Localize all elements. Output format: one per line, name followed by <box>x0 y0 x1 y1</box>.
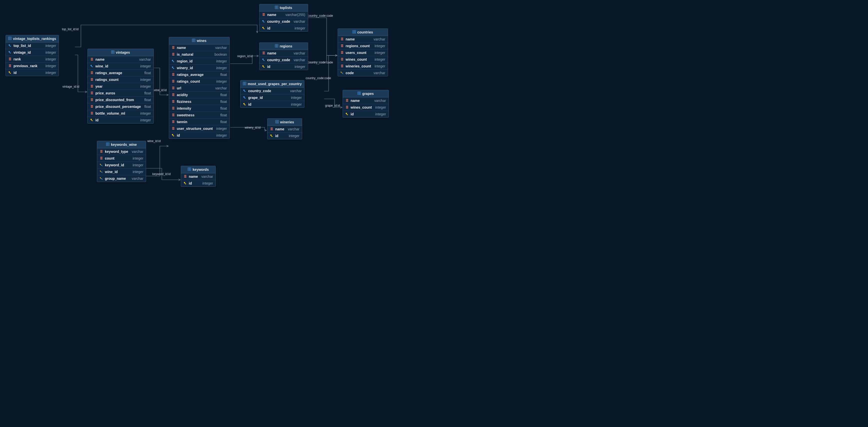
column-row[interactable]: rankinteger <box>6 56 59 63</box>
svg-rect-137 <box>263 15 265 16</box>
column-row[interactable]: namevarchar <box>338 36 388 43</box>
column-icon <box>8 64 12 68</box>
table-vintage-toplists-rankings[interactable]: vintage_toplists_rankingstop_list_idinte… <box>5 35 59 76</box>
column-row[interactable]: wineries_countinteger <box>338 63 388 70</box>
column-row[interactable]: namevarchar <box>88 56 154 63</box>
column-row[interactable]: namevarchar <box>343 97 389 104</box>
column-row[interactable]: country_codevarchar <box>259 18 308 25</box>
svg-rect-62 <box>172 55 175 55</box>
svg-rect-39 <box>91 93 93 93</box>
column-row[interactable]: namevarchar <box>169 44 229 51</box>
column-type: integer <box>289 134 300 138</box>
column-row[interactable]: price_discounted_fromfloat <box>88 97 154 103</box>
column-row[interactable]: namevarchar(255) <box>259 11 308 18</box>
svg-rect-197 <box>341 66 343 66</box>
column-name: id <box>248 102 251 106</box>
column-row[interactable]: urlvarchar <box>169 85 229 92</box>
column-icon <box>262 52 266 55</box>
column-row[interactable]: previous_rankinteger <box>6 63 59 69</box>
foreign-key-icon <box>262 58 266 62</box>
svg-rect-75 <box>172 87 175 87</box>
svg-rect-125 <box>184 175 187 176</box>
column-type: integer <box>45 71 56 75</box>
table-keywords-wine[interactable]: keywords_winekeyword_typevarcharcountint… <box>97 141 146 182</box>
column-name: id <box>95 118 98 122</box>
column-row[interactable]: country_codevarchar <box>241 88 304 94</box>
column-row[interactable]: price_eurosfloat <box>88 90 154 97</box>
erd-canvas[interactable]: top_list_id:id vintage_id:id wine_id:id … <box>0 0 393 193</box>
column-row[interactable]: winery_idinteger <box>169 65 229 71</box>
column-row[interactable]: group_namevarchar <box>97 175 146 182</box>
column-row[interactable]: idinteger <box>88 117 154 123</box>
foreign-key-icon <box>8 44 12 48</box>
column-row[interactable]: wine_idinteger <box>97 169 146 175</box>
column-row[interactable]: idinteger <box>241 101 304 108</box>
column-row[interactable]: countinteger <box>97 155 146 162</box>
column-row[interactable]: idinteger <box>343 111 389 117</box>
column-row[interactable]: idinteger <box>259 63 308 70</box>
column-icon <box>172 100 175 103</box>
column-row[interactable]: regions_countinteger <box>338 43 388 50</box>
column-type: varchar(255) <box>285 13 305 17</box>
column-row[interactable]: yearinteger <box>88 83 154 90</box>
column-row[interactable]: idinteger <box>169 132 229 139</box>
column-row[interactable]: wines_countinteger <box>343 104 389 111</box>
svg-rect-103 <box>100 150 103 151</box>
column-row[interactable]: idinteger <box>268 132 302 139</box>
column-row[interactable]: vintage_idinteger <box>6 49 59 56</box>
column-row[interactable]: users_countinteger <box>338 50 388 56</box>
column-row[interactable]: ratings_countinteger <box>169 78 229 85</box>
table-toplists[interactable]: toplistsnamevarchar(255)country_codevarc… <box>259 4 308 32</box>
column-row[interactable]: region_idinteger <box>169 58 229 65</box>
svg-rect-118 <box>100 178 101 179</box>
column-row[interactable]: namevarchar <box>268 126 302 132</box>
column-name: price_discount_percentage <box>95 104 141 109</box>
column-name: id <box>177 133 180 138</box>
svg-rect-193 <box>341 58 343 58</box>
column-row[interactable]: wines_countinteger <box>338 56 388 63</box>
table-vintages[interactable]: vintagesnamevarcharwine_idintegerratings… <box>87 49 154 124</box>
column-row[interactable]: idinteger <box>259 25 308 31</box>
column-row[interactable]: idinteger <box>181 180 216 186</box>
svg-rect-174 <box>271 128 273 128</box>
column-icon <box>345 105 349 109</box>
table-header: vintages <box>88 49 154 56</box>
table-wines[interactable]: winesnamevarcharis_naturalbooleanregion_… <box>169 37 230 139</box>
table-countries[interactable]: countriesnamevarcharregions_countinteger… <box>338 28 388 77</box>
column-name: price_euros <box>95 91 115 95</box>
column-row[interactable]: ratings_averagefloat <box>88 70 154 77</box>
column-row[interactable]: ratings_countinteger <box>88 77 154 83</box>
column-row[interactable]: sweetnessfloat <box>169 112 229 119</box>
column-row[interactable]: namevarchar <box>181 173 216 180</box>
column-row[interactable]: is_naturalboolean <box>169 51 229 58</box>
column-row[interactable]: keyword_idinteger <box>97 162 146 169</box>
table-title: grapes <box>362 92 374 96</box>
column-row[interactable]: bottle_volume_mlinteger <box>88 110 154 117</box>
column-row[interactable]: grape_idinteger <box>241 94 304 101</box>
table-grapes[interactable]: grapesnamevarcharwines_countintegeridint… <box>343 90 389 118</box>
table-keywords[interactable]: keywordsnamevarcharidinteger <box>181 166 216 187</box>
column-row[interactable]: top_list_idinteger <box>6 42 59 49</box>
column-row[interactable]: tanninfloat <box>169 119 229 125</box>
column-row[interactable]: codevarchar <box>338 70 388 76</box>
relation-label: vintage_id:id <box>62 85 79 88</box>
column-row[interactable]: price_discount_percentagefloat <box>88 103 154 110</box>
column-row[interactable]: intensityfloat <box>169 105 229 112</box>
primary-key-icon <box>90 118 94 122</box>
column-icon <box>90 58 94 61</box>
column-row[interactable]: user_structure_countinteger <box>169 125 229 132</box>
table-header: regions <box>259 43 308 50</box>
column-row[interactable]: ratings_averagefloat <box>169 71 229 78</box>
column-row[interactable]: keyword_typevarchar <box>97 148 146 155</box>
column-row[interactable]: fizzinessfloat <box>169 98 229 105</box>
column-row[interactable]: namevarchar <box>259 50 308 57</box>
table-wineries[interactable]: wineriesnamevarcharidinteger <box>267 118 302 139</box>
table-regions[interactable]: regionsnamevarcharcountry_codevarcharidi… <box>259 42 308 70</box>
column-row[interactable]: country_codevarchar <box>259 57 308 63</box>
column-row[interactable]: wine_idinteger <box>88 63 154 70</box>
column-row[interactable]: acidityfloat <box>169 92 229 98</box>
svg-rect-207 <box>346 99 348 100</box>
column-row[interactable]: idinteger <box>6 69 59 76</box>
table-most-used-grapes-per-country[interactable]: most_used_grapes_per_countrycountry_code… <box>240 80 304 108</box>
svg-rect-61 <box>172 54 175 55</box>
